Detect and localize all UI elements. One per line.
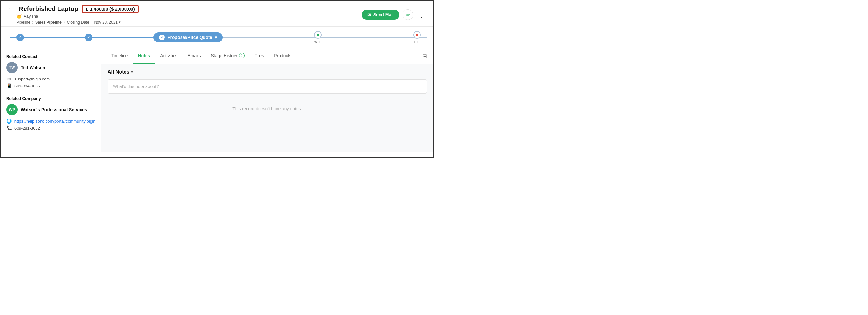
stage-node-lost: Lost xyxy=(413,31,421,44)
contact-email: support@bigin.com xyxy=(14,77,50,82)
tab-stage-history-label: Stage History xyxy=(211,53,238,58)
all-notes-title: All Notes xyxy=(107,69,129,75)
related-company-title: Related Company xyxy=(6,96,95,101)
company-phone: 609-281-3662 xyxy=(14,126,40,130)
tab-products-label: Products xyxy=(274,53,291,58)
company-phone-row: 📞 609-281-3662 xyxy=(6,125,95,130)
stage-circle-2: ✓ xyxy=(85,34,92,41)
company-name: Watson's Professional Services xyxy=(21,107,87,112)
meta-row: Pipeline : Sales Pipeline • Closing Date… xyxy=(17,20,139,25)
edit-icon: ✏ xyxy=(406,12,410,18)
send-mail-button[interactable]: ✉ Send Mail xyxy=(362,10,399,20)
closing-label: Closing Date xyxy=(67,20,89,25)
title-row: ← Refurbished Laptop £ 1,480.00 ($ 2,000… xyxy=(7,5,139,13)
tab-products[interactable]: Products xyxy=(269,49,296,63)
owner-name: Aayisha xyxy=(24,14,38,19)
note-input[interactable]: What's this note about? xyxy=(107,79,427,94)
main-content: Related Contact TW Ted Watson ✉ support@… xyxy=(1,49,433,153)
stage-circle-won xyxy=(314,31,322,39)
header-actions: ✉ Send Mail ✏ ⋮ xyxy=(362,9,427,20)
pipeline-name: Sales Pipeline xyxy=(35,20,62,25)
deal-title: Refurbished Laptop xyxy=(19,5,78,12)
tab-stage-history[interactable]: Stage History 1 xyxy=(206,49,250,64)
layout-button[interactable]: ⊟ xyxy=(421,52,428,61)
email-icon: ✉ xyxy=(6,76,12,82)
contact-phone-row: 📱 609-884-0686 xyxy=(6,83,95,88)
pipeline-label: Pipeline xyxy=(17,20,30,25)
related-contact-title: Related Contact xyxy=(6,54,95,59)
stage-node-won: Won xyxy=(314,31,322,44)
pipeline-bar: ✓ ✓ ✓ Proposal/Price Quote ▾ Won xyxy=(1,27,433,49)
all-notes-header: All Notes ▾ xyxy=(107,69,427,75)
stage-label-won: Won xyxy=(314,40,321,44)
contact-row: TW Ted Watson xyxy=(6,62,95,73)
header: ← Refurbished Laptop £ 1,480.00 ($ 2,000… xyxy=(1,1,433,27)
globe-icon: 🌐 xyxy=(6,119,12,124)
stage-node-2: ✓ xyxy=(85,34,92,41)
stage-node-3: ✓ Proposal/Price Quote ▾ xyxy=(153,32,222,42)
tab-files[interactable]: Files xyxy=(250,49,269,63)
stage-history-badge: 1 xyxy=(239,53,245,59)
company-url-row: 🌐 https://help.zoho.com/portal/community… xyxy=(6,119,95,124)
more-button[interactable]: ⋮ xyxy=(416,9,427,20)
tab-activities-label: Activities xyxy=(160,53,177,58)
stage-circle-1: ✓ xyxy=(17,34,24,41)
contact-phone: 609-884-0686 xyxy=(14,84,40,88)
owner-row: 👑 Aayisha xyxy=(17,13,139,19)
company-row: WP Watson's Professional Services xyxy=(6,104,95,115)
tab-files-label: Files xyxy=(255,53,264,58)
price-badge: £ 1,480.00 ($ 2,000.00) xyxy=(82,5,139,13)
stage-line-filled xyxy=(10,37,177,38)
closing-date-arrow: ▾ xyxy=(119,20,121,25)
notes-dropdown-arrow[interactable]: ▾ xyxy=(131,70,133,74)
stage-dropdown-icon: ▾ xyxy=(215,35,217,40)
contact-name: Ted Watson xyxy=(21,65,45,70)
contact-email-row: ✉ support@bigin.com xyxy=(6,76,95,82)
sidebar: Related Contact TW Ted Watson ✉ support@… xyxy=(1,49,101,153)
separator: • xyxy=(64,20,65,25)
stage-label-lost: Lost xyxy=(414,40,421,44)
edit-button[interactable]: ✏ xyxy=(403,9,413,20)
tab-timeline[interactable]: Timeline xyxy=(106,49,133,63)
right-panel: Timeline Notes Activities Emails Stage H… xyxy=(101,49,433,153)
header-left: ← Refurbished Laptop £ 1,480.00 ($ 2,000… xyxy=(7,5,139,25)
layout-icon: ⊟ xyxy=(422,53,427,59)
company-avatar: WP xyxy=(6,104,18,115)
send-mail-icon: ✉ xyxy=(367,12,371,17)
closing-date-value: Nov 28, 2021 xyxy=(94,20,118,25)
more-icon: ⋮ xyxy=(418,11,425,19)
notes-panel: All Notes ▾ What's this note about? This… xyxy=(101,64,433,153)
crown-icon: 👑 xyxy=(17,13,22,19)
tab-activities[interactable]: Activities xyxy=(155,49,182,63)
stage-active-label: Proposal/Price Quote xyxy=(167,35,212,40)
phone-icon: 📱 xyxy=(6,83,12,88)
tab-emails-label: Emails xyxy=(188,53,201,58)
stage-active-button[interactable]: ✓ Proposal/Price Quote ▾ xyxy=(153,32,222,42)
stage-track: ✓ ✓ ✓ Proposal/Price Quote ▾ Won xyxy=(10,31,427,44)
send-mail-label: Send Mail xyxy=(373,12,394,17)
closing-date-button[interactable]: Nov 28, 2021 ▾ xyxy=(94,20,121,25)
tab-notes[interactable]: Notes xyxy=(133,49,155,63)
stage-active-checkmark: ✓ xyxy=(159,35,165,40)
colon-1: : xyxy=(32,20,33,25)
tab-notes-label: Notes xyxy=(138,53,150,58)
tabs-row: Timeline Notes Activities Emails Stage H… xyxy=(101,49,433,64)
divider-1 xyxy=(6,92,95,92)
colon-2: : xyxy=(91,20,92,25)
tab-timeline-label: Timeline xyxy=(111,53,128,58)
back-button[interactable]: ← xyxy=(7,6,15,12)
stage-circle-lost xyxy=(413,31,421,39)
empty-notes-message: This record doesn't have any notes. xyxy=(107,106,427,111)
company-url[interactable]: https://help.zoho.com/portal/community/b… xyxy=(14,119,95,124)
contact-avatar: TW xyxy=(6,62,18,73)
company-phone-icon: 📞 xyxy=(6,125,12,130)
stage-node-1: ✓ xyxy=(17,34,24,41)
tab-emails[interactable]: Emails xyxy=(183,49,206,63)
